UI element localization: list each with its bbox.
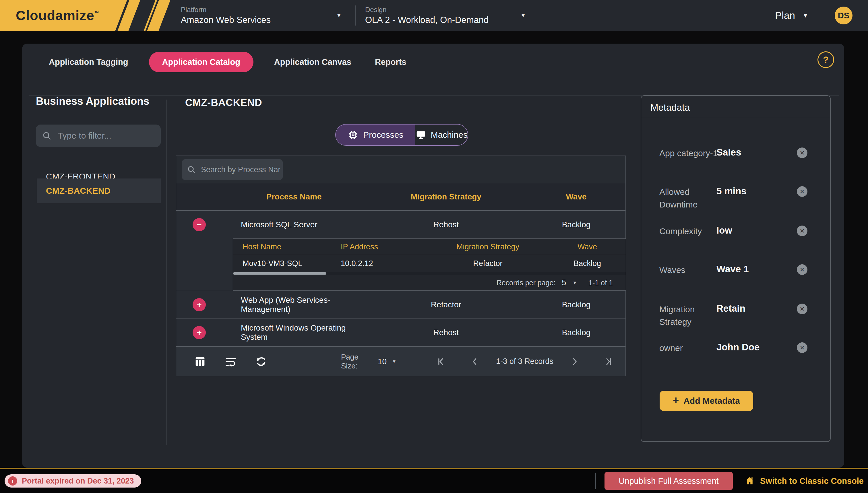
tab-application-canvas[interactable]: Application Canvas [271,57,354,67]
table-row: + Microsoft Windows Operating System Reh… [176,319,626,346]
col-process-name: Process Name [222,192,366,201]
toggle-processes[interactable]: Processes [336,125,415,145]
host-name-cell: Mov10-VM3-SQL [233,259,332,268]
remove-metadata-icon[interactable]: ✕ [797,342,807,353]
wrap-text-icon[interactable] [225,355,237,368]
trademark-symbol: ™ [94,10,99,15]
home-icon [745,476,755,486]
chevron-down-icon[interactable]: ▼ [392,359,396,364]
process-search[interactable] [182,159,283,180]
plus-icon: + [673,395,679,406]
metadata-value: John Doe [716,342,760,353]
metadata-key: App category-1 [659,147,718,159]
bottom-bar-divider [595,473,596,489]
page-title: CMZ-BACKEND [185,97,262,108]
chevron-down-icon[interactable]: ▼ [336,12,342,19]
top-header: Cloudamize™ Platform Amazon Web Services… [0,0,868,31]
design-selector[interactable]: Design OLA 2 - Workload, On-Demand ▼ [365,0,526,31]
plan-menu[interactable]: Plan ▼ [775,0,808,31]
chevron-down-icon[interactable]: ▼ [572,280,577,285]
previous-page-icon[interactable] [458,357,492,366]
first-page-icon[interactable] [424,357,458,366]
portal-expired-badge: i Portal expired on Dec 31, 2023 [5,474,141,488]
add-metadata-button[interactable]: + Add Metadata [660,391,753,411]
col-host-name: Host Name [233,242,332,251]
add-metadata-label: Add Metadata [683,396,740,406]
nested-header: Host Name IP Address Migration Strategy … [233,239,626,255]
metadata-title: Metadata [651,102,690,113]
table-toolbar: Page Size: 10 ▼ 1-3 of 3 Records [176,346,626,376]
record-range: 1-3 of 3 Records [492,357,558,366]
horizontal-scrollbar [233,272,626,275]
switch-to-classic-label: Switch to Classic Console [760,476,864,486]
remove-metadata-icon[interactable]: ✕ [797,304,807,314]
refresh-icon[interactable] [255,355,268,368]
metadata-value: 5 mins [716,186,746,197]
strategy-cell: Rehost [366,220,526,229]
collapse-row-button[interactable]: − [193,218,206,231]
records-per-page-value[interactable]: 5 [562,278,566,287]
tab-application-catalog[interactable]: Application Catalog [149,52,253,72]
switch-to-classic-link[interactable]: Switch to Classic Console [745,472,864,490]
help-icon[interactable]: ? [818,51,834,68]
search-icon [42,131,52,141]
sidebar-title: Business Applications [36,95,149,107]
process-name-cell: Web App (Web Services-Management) [222,296,366,314]
expand-row-button[interactable]: + [193,298,206,312]
bottom-bar: i Portal expired on Dec 31, 2023 Unpubli… [0,469,868,493]
unpublish-button[interactable]: Unpublish Full Assessment [605,472,733,490]
wave-cell: Backlog [526,328,626,337]
page-size-value[interactable]: 10 [378,357,387,366]
platform-selector[interactable]: Platform Amazon Web Services ▼ [181,0,342,31]
monitor-icon [415,129,426,140]
expand-row-button[interactable]: + [193,326,206,339]
search-icon [187,165,196,174]
page-size-control: Page Size: 10 ▼ [341,353,396,370]
metadata-key: Waves [659,264,718,276]
main-card: Application Tagging Application Catalog … [22,44,844,468]
remove-metadata-icon[interactable]: ✕ [797,226,807,236]
wave-cell: Backlog [526,300,626,309]
filter-input[interactable] [57,131,149,141]
toggle-machines[interactable]: Machines [415,125,468,145]
metadata-value: Wave 1 [716,264,749,275]
nested-row: Mov10-VM3-SQL 10.0.2.12 Refactor Backlog [233,255,626,272]
metadata-key: Allowed Downtime [659,186,718,211]
records-per-page-label: Records per page: [496,279,556,287]
sidebar-item-cmz-backend[interactable]: CMZ-BACKEND [37,178,161,203]
process-search-input[interactable] [200,165,281,174]
next-page-icon[interactable] [558,357,592,366]
platform-value: Amazon Web Services [181,15,271,25]
chevron-down-icon: ▼ [803,12,808,19]
nested-strategy-cell: Refactor [427,259,549,268]
processes-table: Process Name Migration Strategy Wave − M… [176,155,626,376]
tab-application-tagging[interactable]: Application Tagging [46,57,131,67]
col-ip-address: IP Address [332,242,427,251]
brand-name: Cloudamize™ [16,7,99,23]
remove-metadata-icon[interactable]: ✕ [797,264,807,275]
tab-reports[interactable]: Reports [372,57,409,67]
design-value: OLA 2 - Workload, On-Demand [365,15,489,25]
remove-metadata-icon[interactable]: ✕ [797,186,807,197]
header-divider [355,5,356,25]
strategy-cell: Refactor [366,300,526,309]
scrollbar-thumb[interactable] [233,272,326,275]
metadata-value: Sales [716,147,741,158]
chevron-down-icon[interactable]: ▼ [521,12,526,19]
metadata-divider [641,117,830,118]
column-settings-icon[interactable] [193,355,207,368]
metadata-panel: Metadata App category-1 Sales ✕ Allowed … [641,95,831,442]
last-page-icon[interactable] [592,357,626,366]
portal-expired-text: Portal expired on Dec 31, 2023 [22,477,134,486]
remove-metadata-icon[interactable]: ✕ [797,148,807,158]
table-search-row [176,156,626,184]
toggle-processes-label: Processes [363,130,403,140]
page-size-label: Page Size: [341,353,373,370]
tab-bar: Application Tagging Application Catalog … [46,52,409,72]
brand-logo: Cloudamize™ [0,0,178,31]
info-icon: i [8,476,17,486]
avatar[interactable]: DS [835,6,852,24]
col-nested-wave: Wave [549,242,626,251]
sidebar-filter[interactable] [36,125,161,147]
nested-record-range: 1-1 of 1 [588,279,613,287]
